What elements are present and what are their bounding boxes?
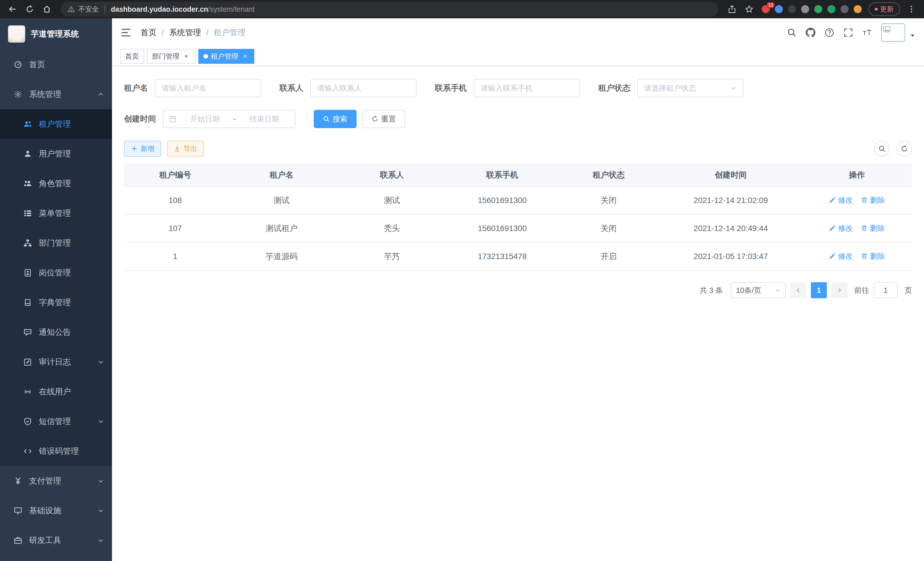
org-tree-icon: [23, 239, 32, 247]
search-icon[interactable]: [787, 28, 796, 38]
prev-page-button[interactable]: [790, 282, 806, 298]
extension-icon[interactable]: [775, 5, 783, 13]
browser-address-bar[interactable]: 不安全 dashboard.yudao.iocoder.cn/system/te…: [61, 2, 718, 17]
sidebar-item-label: 在线用户: [39, 386, 71, 397]
sidebar-item[interactable]: 支付管理: [0, 466, 112, 496]
export-button[interactable]: 导出: [167, 141, 204, 157]
sidebar-item[interactable]: 在线用户: [0, 377, 112, 407]
refresh-table-button[interactable]: [897, 141, 912, 156]
reset-button[interactable]: 重置: [362, 110, 405, 128]
browser-reload-icon[interactable]: [22, 1, 38, 17]
extension-icon[interactable]: [841, 5, 849, 13]
breadcrumb-item[interactable]: 系统管理: [169, 27, 201, 38]
cell-status: 开启: [557, 242, 660, 271]
extension-icon[interactable]: [854, 5, 862, 13]
role-icon: [23, 179, 32, 188]
security-warning-label: 不安全: [78, 5, 99, 14]
url-path: /system/tenant: [208, 5, 255, 13]
tenant-name-input[interactable]: [155, 79, 261, 97]
cell-actions: 修改删除: [802, 186, 912, 214]
caret-down-icon[interactable]: [910, 33, 915, 38]
mobile-input[interactable]: [474, 79, 580, 97]
announcement-icon: [23, 328, 32, 337]
sidebar-item[interactable]: 通知公告: [0, 317, 112, 347]
infrastructure-icon: [14, 506, 22, 515]
sidebar-item[interactable]: 基础设施: [0, 496, 112, 526]
sidebar-item[interactable]: 部门管理: [0, 228, 112, 258]
delete-link[interactable]: 删除: [861, 195, 885, 205]
browser-menu-icon[interactable]: [903, 1, 920, 17]
browser-update-button[interactable]: 更新: [868, 2, 900, 16]
page-number-button[interactable]: 1: [811, 282, 827, 298]
delete-link-label: 删除: [870, 223, 885, 233]
sidebar-item[interactable]: 审计日志: [0, 347, 112, 377]
sidebar-item[interactable]: 租户管理: [0, 109, 112, 139]
page-size-select[interactable]: 10条/页: [731, 282, 786, 298]
extension-icon[interactable]: [788, 5, 796, 13]
status-select[interactable]: 请选择租户状态: [637, 79, 743, 97]
sidebar-item[interactable]: 错误码管理: [0, 436, 112, 466]
edit-link[interactable]: 修改: [829, 251, 853, 261]
delete-link[interactable]: 删除: [861, 223, 885, 233]
chevron-down-icon: [98, 359, 104, 365]
page-size-value: 10条/页: [736, 285, 761, 295]
browser-share-icon[interactable]: [724, 1, 740, 17]
sidebar-item[interactable]: 角色管理: [0, 169, 112, 199]
fullscreen-icon[interactable]: [843, 28, 853, 38]
tab-item[interactable]: 首页: [120, 49, 144, 64]
edit-link[interactable]: 修改: [829, 223, 853, 233]
cell-actions: 修改删除: [802, 242, 912, 271]
search-button[interactable]: 搜索: [314, 110, 357, 128]
sidebar-item[interactable]: 研发工具: [0, 526, 112, 555]
sidebar-item[interactable]: 字典管理: [0, 288, 112, 317]
goto-page-input[interactable]: [874, 282, 898, 298]
sidebar-item[interactable]: 短信管理: [0, 407, 112, 436]
browser-bookmark-icon[interactable]: [741, 1, 757, 17]
browser-home-icon[interactable]: [39, 1, 55, 17]
extension-icon[interactable]: [814, 5, 822, 13]
tab-item[interactable]: 租户管理×: [198, 49, 254, 64]
sidebar-item-label: 系统管理: [29, 89, 61, 100]
sidebar-item-label: 基础设施: [29, 505, 61, 516]
sidebar-item[interactable]: 用户管理: [0, 139, 112, 169]
edit-link-label: 修改: [838, 195, 853, 205]
sidebar-item[interactable]: 首页: [0, 50, 112, 80]
filter-create-time: 创建时间 开始日期 - 结束日期: [124, 110, 296, 128]
next-page-button[interactable]: [831, 282, 848, 298]
date-range-picker[interactable]: 开始日期 - 结束日期: [163, 110, 296, 128]
chevron-right-icon: [836, 287, 843, 293]
breadcrumb-item[interactable]: 首页: [141, 27, 157, 38]
cell-tenant-name: 测试租户: [226, 214, 337, 242]
chevron-down-icon: [98, 537, 104, 544]
edit-icon: [829, 253, 836, 260]
tab-close-icon[interactable]: ×: [182, 52, 190, 60]
table-tools: [874, 141, 912, 156]
breadcrumb: 首页/系统管理/租户管理: [141, 27, 246, 38]
edit-link[interactable]: 修改: [829, 195, 853, 205]
user-avatar[interactable]: [881, 23, 905, 42]
app-title: 芋道管理系统: [31, 29, 79, 39]
contact-input[interactable]: [310, 79, 417, 97]
column-header: 创建时间: [660, 164, 801, 186]
sidebar-item[interactable]: 系统管理: [0, 80, 112, 109]
app-logo[interactable]: 芋道管理系统: [0, 18, 112, 50]
add-button[interactable]: 新增: [124, 141, 161, 157]
extension-icon[interactable]: [827, 5, 836, 13]
toggle-search-button[interactable]: [874, 141, 890, 156]
github-icon[interactable]: [806, 28, 815, 38]
cell-contact: 秃头: [337, 214, 447, 242]
hamburger-icon[interactable]: [121, 27, 131, 38]
help-icon[interactable]: [825, 28, 834, 38]
browser-back-icon[interactable]: [4, 1, 21, 17]
extension-icon[interactable]: 10: [762, 5, 770, 13]
tab-close-icon[interactable]: ×: [241, 52, 249, 60]
sidebar-item[interactable]: 岗位管理: [0, 258, 112, 288]
tab-item[interactable]: 部门管理×: [147, 49, 195, 64]
edit-icon: [829, 225, 836, 232]
delete-link[interactable]: 删除: [861, 251, 885, 261]
font-size-icon[interactable]: [862, 28, 872, 38]
table-row: 108测试测试15601691300关闭2021-12-14 21:02:09修…: [124, 186, 912, 214]
extension-icon[interactable]: [801, 5, 809, 13]
sidebar-item[interactable]: 菜单管理: [0, 199, 112, 228]
error-code-icon: [23, 447, 32, 456]
